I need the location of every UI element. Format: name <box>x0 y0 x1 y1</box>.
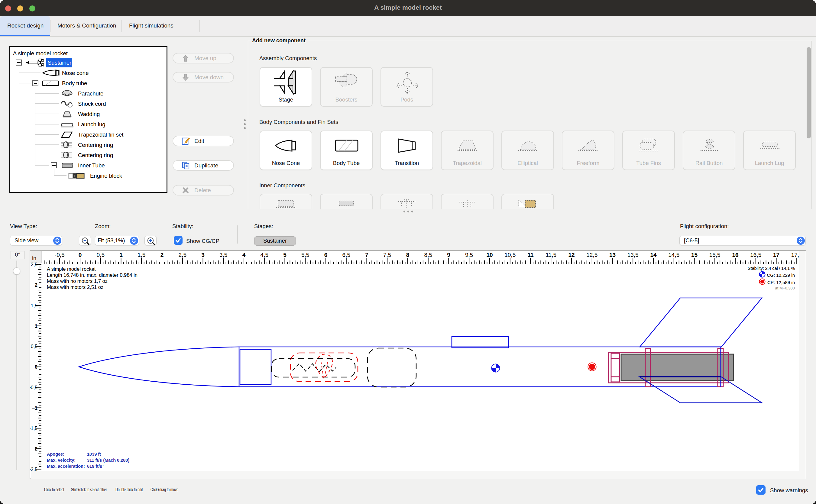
svg-text:8: 8 <box>406 252 410 258</box>
svg-text:7,5: 7,5 <box>383 252 391 258</box>
svg-text:14: 14 <box>650 252 657 258</box>
svg-text:13,5: 13,5 <box>627 252 639 258</box>
svg-text:Max. velocity:: Max. velocity: <box>47 458 76 463</box>
svg-text:8,5: 8,5 <box>424 252 432 258</box>
svg-text:Apogee:: Apogee: <box>47 452 64 457</box>
svg-text:0: 0 <box>79 252 82 258</box>
svg-text:2: 2 <box>35 283 37 288</box>
svg-text:4: 4 <box>242 252 246 258</box>
svg-text:0: 0 <box>35 364 37 370</box>
svg-text:3: 3 <box>201 252 205 258</box>
svg-text:Max. acceleration:: Max. acceleration: <box>47 464 85 469</box>
svg-text:11,5: 11,5 <box>546 252 556 258</box>
svg-text:−0,5: −0,5 <box>30 385 37 390</box>
svg-text:-0,5: -0,5 <box>55 252 65 258</box>
svg-text:15: 15 <box>691 252 698 258</box>
svg-text:Length 16,748 in, max. diamete: Length 16,748 in, max. diameter 0,984 in <box>47 272 138 278</box>
svg-text:6,5: 6,5 <box>342 252 350 258</box>
svg-text:0,5: 0,5 <box>31 344 37 349</box>
svg-text:in: in <box>32 255 36 261</box>
svg-text:5: 5 <box>283 252 287 258</box>
svg-text:A simple model rocket: A simple model rocket <box>47 266 96 272</box>
svg-text:3,5: 3,5 <box>219 252 227 258</box>
svg-text:16,5: 16,5 <box>750 252 761 258</box>
svg-text:17: 17 <box>773 252 779 258</box>
svg-text:1039 ft: 1039 ft <box>87 452 101 457</box>
svg-text:2,5: 2,5 <box>179 252 186 258</box>
svg-text:2,5: 2,5 <box>31 262 37 267</box>
svg-text:11: 11 <box>527 252 534 258</box>
svg-text:4,5: 4,5 <box>261 252 268 258</box>
svg-text:Mass with motors 2,51 oz: Mass with motors 2,51 oz <box>47 284 103 290</box>
svg-text:15,5: 15,5 <box>709 252 720 258</box>
svg-text:13: 13 <box>609 252 616 258</box>
svg-text:−2: −2 <box>32 446 37 451</box>
svg-text:CP: 12,589 in: CP: 12,589 in <box>767 280 795 285</box>
svg-text:1,5: 1,5 <box>138 252 145 258</box>
svg-text:12: 12 <box>568 252 575 258</box>
svg-text:Stability: 2,4 cal / 14,1 %: Stability: 2,4 cal / 14,1 % <box>748 266 795 271</box>
svg-text:10: 10 <box>486 252 493 258</box>
svg-text:7: 7 <box>365 252 368 258</box>
svg-text:1,5: 1,5 <box>31 303 37 308</box>
svg-text:at M=0,300: at M=0,300 <box>775 286 795 290</box>
svg-text:10,5: 10,5 <box>504 252 516 258</box>
svg-text:619 ft/s²: 619 ft/s² <box>87 464 104 469</box>
svg-text:−1,5: −1,5 <box>30 426 37 431</box>
svg-text:12,5: 12,5 <box>586 252 597 258</box>
svg-text:1: 1 <box>35 324 37 329</box>
svg-text:6: 6 <box>324 252 328 258</box>
svg-text:311 ft/s (Mach 0,280): 311 ft/s (Mach 0,280) <box>87 458 129 463</box>
svg-text:9,5: 9,5 <box>465 252 473 258</box>
svg-text:0,5: 0,5 <box>97 252 105 258</box>
svg-text:14,5: 14,5 <box>668 252 679 258</box>
svg-text:CG: 10,229 in: CG: 10,229 in <box>767 273 795 278</box>
svg-text:Mass with no motors 1,7 oz: Mass with no motors 1,7 oz <box>47 278 108 284</box>
svg-text:16: 16 <box>732 252 738 258</box>
svg-text:2: 2 <box>160 252 164 258</box>
svg-text:−1: −1 <box>32 405 37 411</box>
svg-text:9: 9 <box>447 252 450 258</box>
svg-text:1: 1 <box>119 252 123 258</box>
svg-text:5,5: 5,5 <box>301 252 309 258</box>
